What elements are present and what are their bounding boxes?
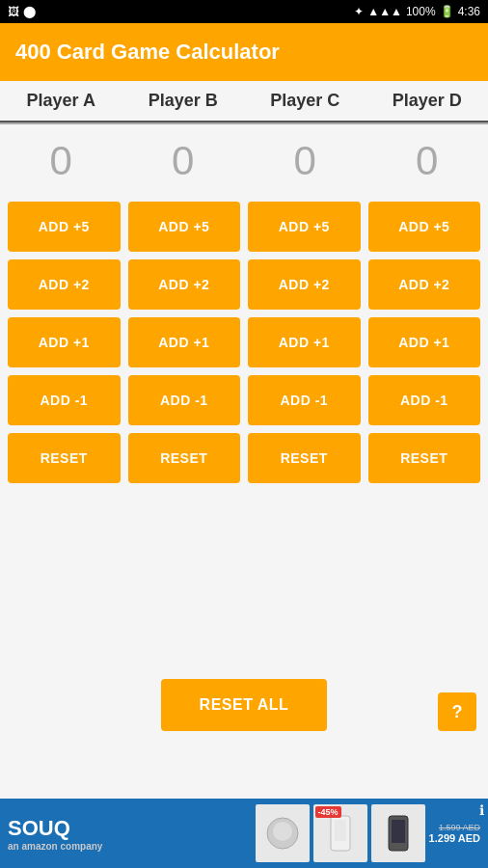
- app-title: 400 Card Game Calculator: [15, 40, 280, 65]
- player-header-b: Player B: [122, 81, 245, 122]
- scores-row: 0 0 0 0: [0, 124, 488, 198]
- ad-banner[interactable]: SOUQ an amazon company -45%: [0, 799, 488, 868]
- discount-badge: -45%: [315, 806, 341, 818]
- sub1-btn-b[interactable]: ADD -1: [128, 375, 241, 425]
- add1-btn-a[interactable]: ADD +1: [8, 317, 121, 367]
- add2-btn-c[interactable]: ADD +2: [248, 259, 361, 310]
- reset-btn-c[interactable]: RESET: [248, 433, 361, 483]
- ad-product-2: -45%: [313, 804, 367, 862]
- ad-logo: SOUQ an amazon company: [8, 816, 102, 852]
- add2-btn-b[interactable]: ADD +2: [128, 259, 241, 310]
- main-content: RESET ALL ?: [0, 495, 488, 799]
- ad-products: -45% ℹ 1.599 AED 1.299 AED: [110, 804, 480, 862]
- add1-btn-c[interactable]: ADD +1: [248, 317, 361, 367]
- help-button[interactable]: ?: [438, 692, 476, 731]
- score-a: 0: [0, 124, 122, 198]
- add5-btn-d[interactable]: ADD +5: [368, 202, 481, 252]
- add5-btn-a[interactable]: ADD +5: [8, 202, 121, 252]
- ad-product-3-image: [371, 804, 425, 862]
- sub1-btn-c[interactable]: ADD -1: [248, 375, 361, 425]
- add2-btn-d[interactable]: ADD +2: [368, 259, 481, 310]
- reset-btn-a[interactable]: RESET: [8, 433, 121, 483]
- add1-row: ADD +1 ADD +1 ADD +1 ADD +1: [8, 317, 480, 367]
- reset-btn-d[interactable]: RESET: [368, 433, 481, 483]
- ad-product-1: [256, 804, 310, 862]
- player-header-c: Player C: [244, 81, 366, 122]
- add5-row: ADD +5 ADD +5 ADD +5 ADD +5: [8, 202, 480, 252]
- status-bar-left: 🖼 ⬤: [8, 5, 36, 18]
- svg-rect-5: [392, 820, 405, 843]
- buttons-grid: ADD +5 ADD +5 ADD +5 ADD +5 ADD +2 ADD +…: [0, 198, 488, 495]
- sub1-btn-a[interactable]: ADD -1: [8, 375, 121, 425]
- player-header-a: Player A: [0, 81, 122, 122]
- photo-icon: 🖼: [8, 5, 19, 18]
- svg-point-1: [273, 822, 292, 841]
- battery-icon: 🔋: [440, 5, 454, 18]
- player-headers: Player A Player B Player C Player D: [0, 81, 488, 124]
- ad-brand-name: SOUQ: [8, 816, 70, 841]
- ad-subtext: an amazon company: [8, 841, 102, 852]
- reset-btn-b[interactable]: RESET: [128, 433, 241, 483]
- ad-product-1-image: [256, 804, 310, 862]
- ad-price-box: ℹ 1.599 AED 1.299 AED: [429, 823, 480, 844]
- app-header: 400 Card Game Calculator: [0, 23, 488, 81]
- dot-icon: ⬤: [23, 5, 36, 18]
- score-b: 0: [122, 124, 245, 198]
- bluetooth-icon: ✦: [354, 5, 364, 18]
- add1-btn-b[interactable]: ADD +1: [128, 317, 241, 367]
- add5-btn-b[interactable]: ADD +5: [128, 202, 241, 252]
- reset-row: RESET RESET RESET RESET: [8, 433, 480, 483]
- battery-percent: 100%: [406, 5, 436, 18]
- add2-btn-a[interactable]: ADD +2: [8, 259, 121, 310]
- ad-price-old: 1.599 AED: [439, 823, 480, 832]
- add5-btn-c[interactable]: ADD +5: [248, 202, 361, 252]
- reset-all-area: RESET ALL: [0, 679, 488, 731]
- signal-icon: ▲▲▲: [367, 5, 402, 18]
- player-header-d: Player D: [366, 81, 489, 122]
- sub1-btn-d[interactable]: ADD -1: [368, 375, 481, 425]
- status-bar: 🖼 ⬤ ✦ ▲▲▲ 100% 🔋 4:36: [0, 0, 488, 23]
- sub1-row: ADD -1 ADD -1 ADD -1 ADD -1: [8, 375, 480, 425]
- ad-info-icon: ℹ: [479, 802, 484, 818]
- score-d: 0: [366, 124, 489, 198]
- add2-row: ADD +2 ADD +2 ADD +2 ADD +2: [8, 259, 480, 310]
- reset-all-button[interactable]: RESET ALL: [161, 679, 328, 731]
- svg-rect-3: [335, 820, 346, 841]
- ad-price-new: 1.299 AED: [429, 832, 480, 844]
- ad-product-3: [371, 804, 425, 862]
- score-c: 0: [244, 124, 366, 198]
- clock: 4:36: [458, 5, 480, 18]
- add1-btn-d[interactable]: ADD +1: [368, 317, 481, 367]
- status-bar-right: ✦ ▲▲▲ 100% 🔋 4:36: [354, 5, 480, 18]
